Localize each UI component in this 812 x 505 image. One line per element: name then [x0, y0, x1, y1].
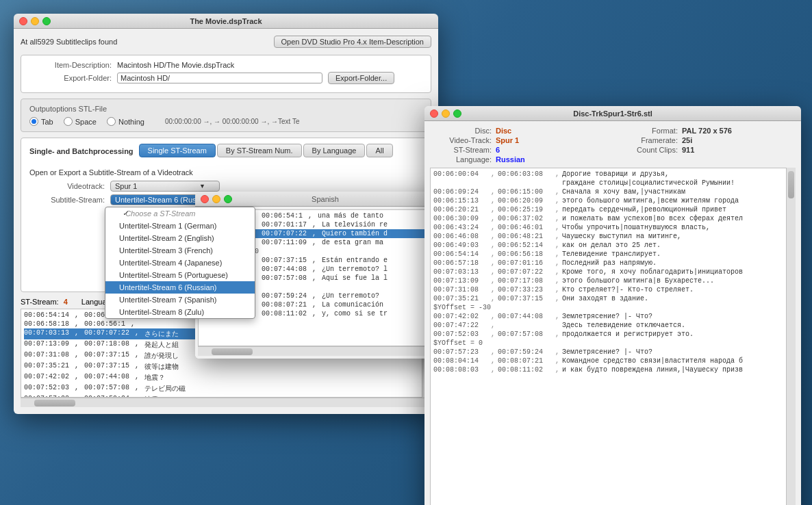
st-stream-row: ST-Stream: 4	[21, 298, 68, 306]
tab-single-stream[interactable]: Single ST-Stream	[139, 144, 216, 157]
ru-row-13: 00:07:35:21, 00:07:37:15, Они заходят в …	[433, 294, 784, 303]
spanish-maximize-button[interactable]	[224, 195, 232, 203]
disc-value: Disc	[496, 127, 511, 135]
video-track-label: Video-Track:	[430, 136, 492, 144]
right-st-stream-row: ST-Stream: 6	[430, 146, 609, 154]
videotrack-select[interactable]: Spur 1 ▼	[110, 181, 220, 192]
bottom-scrollbar-thumb	[34, 400, 75, 406]
right-window-body: Disc: Disc Format: PAL 720 x 576 Video-T…	[424, 121, 801, 505]
item-description-row: Item-Description: Macintosh HD/The Movie…	[29, 61, 422, 69]
main-window-titlebar: The Movie.dspTrack	[14, 14, 438, 29]
count-clips-label: Count Clips:	[616, 146, 678, 154]
ru-row-0: 00:06:00:04, 00:06:03:08, Дорогие товари…	[433, 170, 784, 179]
bottom-scrollbar[interactable]	[21, 398, 431, 407]
right-language-value: Russian	[496, 155, 525, 164]
radio-space[interactable]: Space	[64, 117, 97, 126]
right-close-button[interactable]	[430, 109, 438, 118]
text-row-5: 00:07:35:21,00:07:37:15,彼等は建物	[24, 361, 420, 372]
ru-row-7: 00:06:49:03, 00:06:52:14, как он делал э…	[433, 241, 784, 250]
spanish-bottom-scrollbar[interactable]	[198, 346, 453, 356]
video-track-value: Spur 1	[496, 136, 519, 144]
radio-nothing-label: Nothing	[118, 118, 144, 126]
spanish-window-titlebar: Spanish	[195, 192, 455, 207]
spanish-close-button[interactable]	[201, 195, 209, 203]
tab-bar: Single ST-Stream By ST-Stream Num. By La…	[139, 144, 393, 157]
radio-nothing-dot	[107, 117, 116, 126]
tab-by-stream-num[interactable]: By ST-Stream Num.	[217, 144, 302, 157]
radio-space-dot	[64, 117, 73, 126]
traffic-lights	[19, 17, 51, 25]
ru-row-5: 00:06:43:24, 00:06:46:01, Чтобы упрочить…	[433, 223, 784, 232]
open-dvd-studio-button[interactable]: Open DVD Studio Pro 4.x Item-Description	[274, 36, 431, 48]
close-button[interactable]	[19, 17, 27, 25]
subtitle-stream-dropdown: ✓ Choose a ST-Stream Untertitel-Stream 1…	[105, 207, 255, 319]
open-export-title: Open or Export a Subtitle-Stream of a Vi…	[29, 168, 422, 177]
timecode-bar: 00:00:00:00 →, → 00:00:00:00 →, →Text Te	[165, 118, 300, 125]
video-track-row: Video-Track: Spur 1	[430, 136, 609, 144]
tab-all[interactable]: All	[366, 144, 392, 157]
radio-tab-label: Tab	[41, 118, 53, 126]
right-list-container: 00:06:00:04, 00:06:03:08, Дорогие товари…	[430, 168, 796, 505]
right-maximize-button[interactable]	[453, 109, 461, 118]
ru-syoffset-2: $YOffset = 0	[433, 339, 784, 348]
export-folder-label: Export-Folder:	[29, 74, 112, 82]
export-folder-button[interactable]: Export-Folder...	[328, 72, 394, 84]
minimize-button[interactable]	[31, 17, 39, 25]
check-icon: ✓	[123, 209, 128, 217]
framerate-value: 25i	[682, 136, 692, 144]
right-st-stream-value: 6	[496, 146, 500, 154]
count-clips-row: Count Clips: 911	[616, 146, 796, 154]
right-language-label: Language:	[430, 155, 492, 164]
maximize-button[interactable]	[42, 17, 51, 25]
text-row-7: 00:07:52:03,00:07:57:08,テレビ局の磁	[24, 383, 420, 394]
ru-row-17: 00:07:52:03, 00:07:57:08, продолжается и…	[433, 330, 784, 339]
export-folder-input[interactable]	[117, 73, 322, 83]
text-row-6: 00:07:42:02,00:07:44:08,地震？	[24, 372, 420, 383]
right-scrollbar-thumb	[788, 171, 794, 198]
tab-by-language[interactable]: By Language	[303, 144, 366, 157]
stream-3-item[interactable]: Untertitel-Stream 3 (French)	[105, 244, 255, 257]
export-folder-row: Export-Folder: Export-Folder...	[29, 72, 422, 84]
right-scrollbar[interactable]	[786, 168, 796, 505]
ru-row-6: 00:06:46:08, 00:06:48:21, Чаушеску высту…	[433, 232, 784, 241]
radio-space-label: Space	[75, 118, 97, 126]
stream-6-item[interactable]: Untertitel-Stream 6 (Russian)	[105, 281, 255, 294]
stream-8-item[interactable]: Untertitel-Stream 8 (Zulu)	[105, 306, 255, 318]
stream-7-item[interactable]: Untertitel-Stream 7 (Spanish)	[105, 294, 255, 306]
dropdown-choose[interactable]: ✓ Choose a ST-Stream	[105, 207, 255, 220]
ru-row-16: 00:07:47:22, Здесь телевидение отключает…	[433, 321, 784, 330]
stream-1-item[interactable]: Untertitel-Stream 1 (German)	[105, 220, 255, 232]
ru-row-4: 00:06:30:09, 00:06:37:02, и пожелать вам…	[433, 214, 784, 223]
spanish-traffic-lights	[201, 195, 232, 203]
stream-5-item[interactable]: Untertitel-Stream 5 (Portuguese)	[105, 269, 255, 281]
ru-row-21: 00:08:08:03, 00:08:11:02, и как будто по…	[433, 365, 784, 374]
right-traffic-lights	[430, 109, 461, 118]
spanish-minimize-button[interactable]	[212, 195, 220, 203]
right-info-grid: Disc: Disc Format: PAL 720 x 576 Video-T…	[430, 127, 796, 164]
window-title: The Movie.dspTrack	[14, 17, 438, 25]
right-minimize-button[interactable]	[442, 109, 450, 118]
ru-row-2: 00:06:15:13, 00:06:20:09, этого большого…	[433, 196, 784, 205]
radio-tab[interactable]: Tab	[29, 117, 53, 126]
framerate-row: Framerate: 25i	[616, 136, 796, 144]
subtitle-stream-label: Subtitle-Stream:	[29, 196, 105, 204]
item-description-label: Item-Description:	[29, 61, 112, 69]
right-st-stream-label: ST-Stream:	[430, 146, 492, 154]
disc-label: Disc:	[430, 127, 492, 135]
ru-row-9: 00:06:57:18, 00:07:01:16, Последний раз …	[433, 259, 784, 268]
spanish-window-title: Spanish	[195, 195, 455, 203]
format-value: PAL 720 x 576	[682, 127, 732, 135]
ru-row-20: 00:08:04:14, 00:08:07:21, Командное сред…	[433, 357, 784, 365]
ru-row-12: 00:07:31:08, 00:07:33:23, Кто стреляет?|…	[433, 285, 784, 294]
format-row: Format: PAL 720 x 576	[616, 127, 796, 135]
videotrack-arrow: ▼	[199, 183, 205, 190]
framerate-label: Framerate:	[616, 136, 678, 144]
format-label: Format:	[616, 127, 678, 135]
russian-text-list[interactable]: 00:06:00:04, 00:06:03:08, Дорогие товари…	[430, 168, 796, 505]
right-window-titlebar: Disc-TrkSpur1-Str6.stl	[424, 106, 801, 121]
info-bar: At all5929 Subtitleclips found Open DVD …	[21, 36, 431, 48]
radio-nothing[interactable]: Nothing	[107, 117, 144, 126]
stream-4-item[interactable]: Untertitel-Stream 4 (Japanese)	[105, 257, 255, 269]
stream-2-item[interactable]: Untertitel-Stream 2 (English)	[105, 232, 255, 244]
ru-row-3: 00:06:20:21, 00:06:25:19, передать серде…	[433, 205, 784, 214]
